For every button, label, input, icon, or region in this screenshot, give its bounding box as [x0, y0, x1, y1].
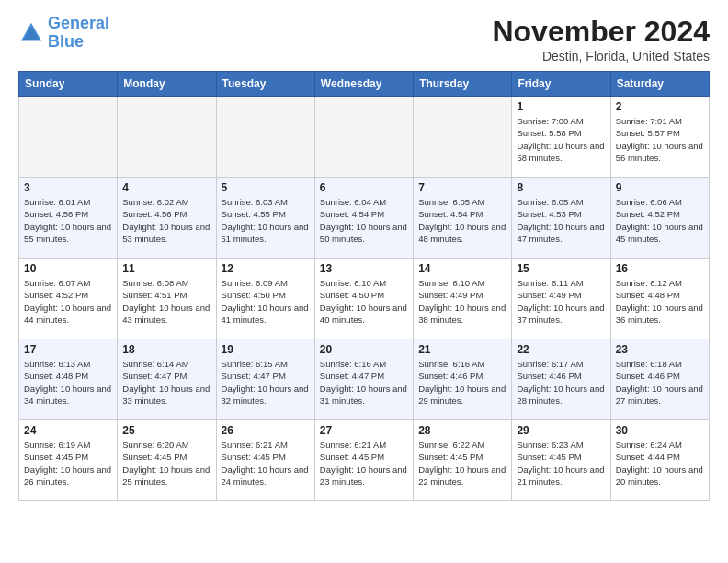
day-number: 8 [517, 181, 605, 194]
calendar-cell: 1Sunrise: 7:00 AM Sunset: 5:58 PM Daylig… [512, 97, 610, 178]
calendar-cell [118, 97, 216, 178]
day-info: Sunrise: 6:24 AM Sunset: 4:44 PM Dayligh… [616, 439, 704, 488]
day-info: Sunrise: 6:17 AM Sunset: 4:46 PM Dayligh… [517, 358, 605, 407]
day-number: 27 [320, 424, 408, 437]
calendar-cell: 24Sunrise: 6:19 AM Sunset: 4:45 PM Dayli… [19, 420, 118, 501]
day-info: Sunrise: 6:14 AM Sunset: 4:47 PM Dayligh… [122, 358, 210, 407]
weekday-header: Wednesday [314, 72, 413, 97]
day-info: Sunrise: 6:09 AM Sunset: 4:50 PM Dayligh… [222, 277, 310, 326]
day-info: Sunrise: 6:15 AM Sunset: 4:47 PM Dayligh… [222, 358, 310, 407]
day-number: 14 [418, 262, 506, 275]
calendar-cell: 25Sunrise: 6:20 AM Sunset: 4:45 PM Dayli… [118, 420, 216, 501]
weekday-header: Tuesday [216, 72, 314, 97]
day-info: Sunrise: 6:13 AM Sunset: 4:48 PM Dayligh… [24, 358, 112, 407]
weekday-header: Monday [118, 72, 216, 97]
location-title: Destin, Florida, United States [492, 49, 710, 63]
calendar-week-row: 10Sunrise: 6:07 AM Sunset: 4:52 PM Dayli… [19, 259, 710, 339]
calendar-cell: 23Sunrise: 6:18 AM Sunset: 4:46 PM Dayli… [610, 339, 709, 420]
calendar-week-row: 3Sunrise: 6:01 AM Sunset: 4:56 PM Daylig… [19, 178, 710, 259]
day-info: Sunrise: 6:21 AM Sunset: 4:45 PM Dayligh… [320, 439, 408, 488]
weekday-header: Friday [512, 72, 610, 97]
day-number: 22 [517, 343, 605, 356]
calendar-cell: 17Sunrise: 6:13 AM Sunset: 4:48 PM Dayli… [19, 339, 118, 420]
calendar-cell: 21Sunrise: 6:16 AM Sunset: 4:46 PM Dayli… [414, 339, 512, 420]
day-number: 30 [616, 424, 704, 437]
day-number: 11 [122, 262, 210, 275]
day-info: Sunrise: 6:07 AM Sunset: 4:52 PM Dayligh… [24, 277, 112, 326]
day-number: 4 [122, 181, 210, 194]
calendar-cell: 11Sunrise: 6:08 AM Sunset: 4:51 PM Dayli… [118, 259, 216, 339]
calendar-cell: 6Sunrise: 6:04 AM Sunset: 4:54 PM Daylig… [314, 178, 413, 259]
logo-text: General Blue [48, 15, 109, 52]
day-info: Sunrise: 6:10 AM Sunset: 4:49 PM Dayligh… [418, 277, 506, 326]
day-info: Sunrise: 6:19 AM Sunset: 4:45 PM Dayligh… [24, 439, 112, 488]
day-info: Sunrise: 6:12 AM Sunset: 4:48 PM Dayligh… [616, 277, 704, 326]
day-number: 12 [222, 262, 310, 275]
day-number: 18 [122, 343, 210, 356]
day-number: 7 [418, 181, 506, 194]
day-info: Sunrise: 6:05 AM Sunset: 4:54 PM Dayligh… [418, 196, 506, 245]
day-info: Sunrise: 6:05 AM Sunset: 4:53 PM Dayligh… [517, 196, 605, 245]
day-number: 9 [616, 181, 704, 194]
calendar-cell: 5Sunrise: 6:03 AM Sunset: 4:55 PM Daylig… [216, 178, 314, 259]
day-number: 20 [320, 343, 408, 356]
weekday-header: Sunday [19, 72, 118, 97]
calendar-cell: 15Sunrise: 6:11 AM Sunset: 4:49 PM Dayli… [512, 259, 610, 339]
day-info: Sunrise: 6:18 AM Sunset: 4:46 PM Dayligh… [616, 358, 704, 407]
day-number: 15 [517, 262, 605, 275]
day-number: 2 [616, 100, 704, 113]
day-number: 21 [418, 343, 506, 356]
logo: General Blue [18, 15, 109, 52]
calendar-week-row: 24Sunrise: 6:19 AM Sunset: 4:45 PM Dayli… [19, 420, 710, 501]
day-number: 16 [616, 262, 704, 275]
calendar-cell: 22Sunrise: 6:17 AM Sunset: 4:46 PM Dayli… [512, 339, 610, 420]
calendar-cell: 7Sunrise: 6:05 AM Sunset: 4:54 PM Daylig… [414, 178, 512, 259]
day-info: Sunrise: 7:01 AM Sunset: 5:57 PM Dayligh… [616, 115, 704, 164]
day-number: 10 [24, 262, 112, 275]
day-info: Sunrise: 6:01 AM Sunset: 4:56 PM Dayligh… [24, 196, 112, 245]
calendar-cell [414, 97, 512, 178]
calendar-cell: 14Sunrise: 6:10 AM Sunset: 4:49 PM Dayli… [414, 259, 512, 339]
calendar-week-row: 17Sunrise: 6:13 AM Sunset: 4:48 PM Dayli… [19, 339, 710, 420]
calendar-cell [19, 97, 118, 178]
calendar-cell: 9Sunrise: 6:06 AM Sunset: 4:52 PM Daylig… [610, 178, 709, 259]
day-info: Sunrise: 6:10 AM Sunset: 4:50 PM Dayligh… [320, 277, 408, 326]
day-number: 17 [24, 343, 112, 356]
weekday-header: Saturday [610, 72, 709, 97]
calendar-cell: 13Sunrise: 6:10 AM Sunset: 4:50 PM Dayli… [314, 259, 413, 339]
logo-icon [18, 20, 44, 46]
day-number: 24 [24, 424, 112, 437]
calendar-week-row: 1Sunrise: 7:00 AM Sunset: 5:58 PM Daylig… [19, 97, 710, 178]
month-title: November 2024 [492, 15, 710, 49]
title-area: November 2024 Destin, Florida, United St… [492, 15, 710, 63]
day-info: Sunrise: 6:21 AM Sunset: 4:45 PM Dayligh… [222, 439, 310, 488]
day-info: Sunrise: 6:02 AM Sunset: 4:56 PM Dayligh… [122, 196, 210, 245]
day-info: Sunrise: 6:04 AM Sunset: 4:54 PM Dayligh… [320, 196, 408, 245]
day-info: Sunrise: 6:03 AM Sunset: 4:55 PM Dayligh… [222, 196, 310, 245]
calendar-cell: 16Sunrise: 6:12 AM Sunset: 4:48 PM Dayli… [610, 259, 709, 339]
day-info: Sunrise: 6:11 AM Sunset: 4:49 PM Dayligh… [517, 277, 605, 326]
calendar-cell [216, 97, 314, 178]
day-info: Sunrise: 7:00 AM Sunset: 5:58 PM Dayligh… [517, 115, 605, 164]
day-number: 28 [418, 424, 506, 437]
weekday-header-row: SundayMondayTuesdayWednesdayThursdayFrid… [19, 72, 710, 97]
calendar-cell: 29Sunrise: 6:23 AM Sunset: 4:45 PM Dayli… [512, 420, 610, 501]
day-info: Sunrise: 6:22 AM Sunset: 4:45 PM Dayligh… [418, 439, 506, 488]
calendar-table: SundayMondayTuesdayWednesdayThursdayFrid… [18, 71, 710, 501]
calendar-cell: 2Sunrise: 7:01 AM Sunset: 5:57 PM Daylig… [610, 97, 709, 178]
calendar-cell: 26Sunrise: 6:21 AM Sunset: 4:45 PM Dayli… [216, 420, 314, 501]
day-info: Sunrise: 6:16 AM Sunset: 4:47 PM Dayligh… [320, 358, 408, 407]
day-number: 5 [222, 181, 310, 194]
day-info: Sunrise: 6:16 AM Sunset: 4:46 PM Dayligh… [418, 358, 506, 407]
day-number: 29 [517, 424, 605, 437]
day-info: Sunrise: 6:20 AM Sunset: 4:45 PM Dayligh… [122, 439, 210, 488]
day-info: Sunrise: 6:08 AM Sunset: 4:51 PM Dayligh… [122, 277, 210, 326]
day-number: 1 [517, 100, 605, 113]
day-info: Sunrise: 6:06 AM Sunset: 4:52 PM Dayligh… [616, 196, 704, 245]
day-number: 19 [222, 343, 310, 356]
day-number: 13 [320, 262, 408, 275]
header: General Blue November 2024 Destin, Flori… [18, 15, 710, 63]
calendar-cell [314, 97, 413, 178]
calendar-cell: 8Sunrise: 6:05 AM Sunset: 4:53 PM Daylig… [512, 178, 610, 259]
calendar-cell: 30Sunrise: 6:24 AM Sunset: 4:44 PM Dayli… [610, 420, 709, 501]
